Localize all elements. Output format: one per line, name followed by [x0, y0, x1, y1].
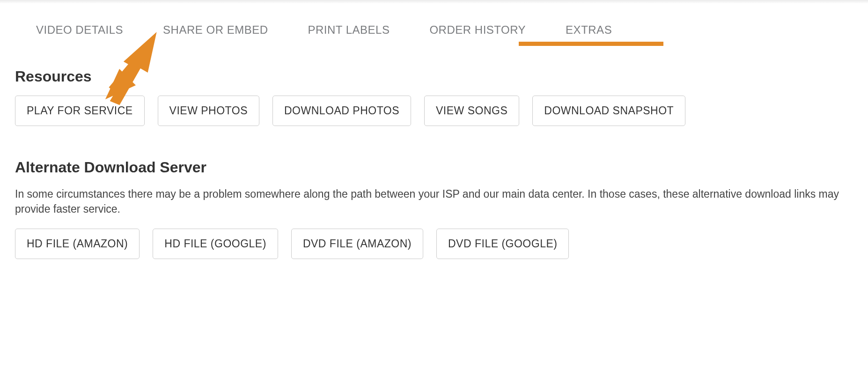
- tab-bar: VIDEO DETAILS SHARE OR EMBED PRINT LABEL…: [15, 18, 853, 42]
- tab-video-details[interactable]: VIDEO DETAILS: [36, 18, 123, 42]
- download-photos-button[interactable]: DOWNLOAD PHOTOS: [272, 96, 411, 126]
- resources-buttons: PLAY FOR SERVICE VIEW PHOTOS DOWNLOAD PH…: [15, 96, 853, 126]
- main-container: VIDEO DETAILS SHARE OR EMBED PRINT LABEL…: [0, 4, 868, 278]
- hd-file-google-button[interactable]: HD FILE (GOOGLE): [153, 229, 278, 259]
- view-songs-button[interactable]: VIEW SONGS: [424, 96, 519, 126]
- view-photos-button[interactable]: VIEW PHOTOS: [158, 96, 259, 126]
- dvd-file-amazon-button[interactable]: DVD FILE (AMAZON): [291, 229, 423, 259]
- dvd-file-google-button[interactable]: DVD FILE (GOOGLE): [436, 229, 569, 259]
- hd-file-amazon-button[interactable]: HD FILE (AMAZON): [15, 229, 140, 259]
- tab-extras[interactable]: EXTRAS: [566, 18, 612, 42]
- tab-order-history[interactable]: ORDER HISTORY: [429, 18, 526, 42]
- tab-share-or-embed[interactable]: SHARE OR EMBED: [163, 18, 268, 42]
- top-shadow: [0, 0, 868, 4]
- tab-print-labels[interactable]: PRINT LABELS: [308, 18, 390, 42]
- download-snapshot-button[interactable]: DOWNLOAD SNAPSHOT: [532, 96, 685, 126]
- alternate-description: In some circumstances there may be a pro…: [15, 186, 848, 216]
- play-for-service-button[interactable]: PLAY FOR SERVICE: [15, 96, 145, 126]
- alternate-title: Alternate Download Server: [15, 159, 853, 176]
- resources-title: Resources: [15, 68, 853, 85]
- alternate-buttons: HD FILE (AMAZON) HD FILE (GOOGLE) DVD FI…: [15, 229, 853, 259]
